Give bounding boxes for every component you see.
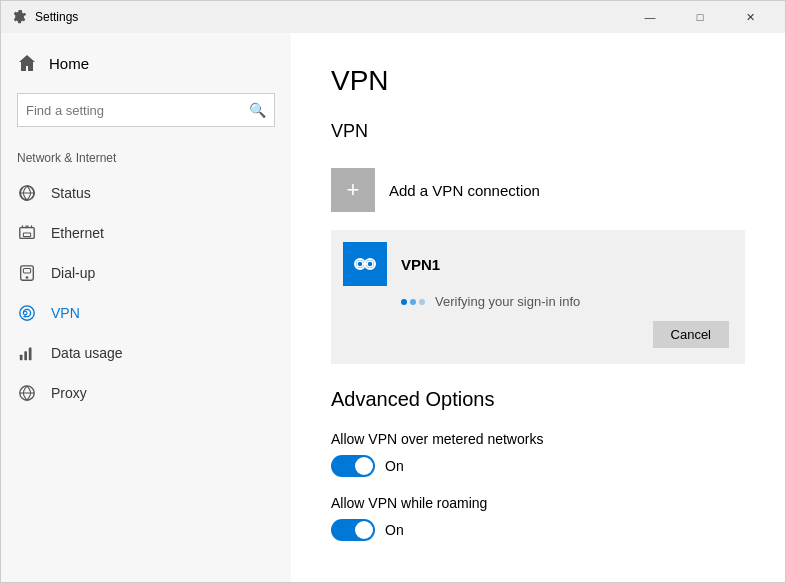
- svg-rect-8: [20, 355, 23, 360]
- sidebar: Home 🔍 Network & Internet Status: [1, 33, 291, 582]
- vpn-status-text: Verifying your sign-in info: [435, 294, 580, 309]
- title-bar-controls: — □ ✕: [627, 1, 773, 33]
- sidebar-item-status-label: Status: [51, 185, 91, 201]
- metered-toggle-label: On: [385, 458, 404, 474]
- sidebar-item-dialup-label: Dial-up: [51, 265, 95, 281]
- svg-point-4: [26, 276, 29, 279]
- minimize-button[interactable]: —: [627, 1, 673, 33]
- home-label: Home: [49, 55, 89, 72]
- option-metered-networks: Allow VPN over metered networks On: [331, 431, 745, 477]
- advanced-options-title: Advanced Options: [331, 388, 745, 411]
- sidebar-item-vpn-label: VPN: [51, 305, 80, 321]
- main-panel: VPN VPN + Add a VPN connection: [291, 33, 785, 582]
- sidebar-item-proxy[interactable]: Proxy: [1, 373, 291, 413]
- option-metered-label: Allow VPN over metered networks: [331, 431, 745, 447]
- window-title: Settings: [35, 10, 78, 24]
- svg-rect-5: [23, 269, 30, 274]
- status-icon: [17, 183, 37, 203]
- sidebar-item-ethernet-label: Ethernet: [51, 225, 104, 241]
- metered-toggle[interactable]: [331, 455, 375, 477]
- close-button[interactable]: ✕: [727, 1, 773, 33]
- search-box[interactable]: 🔍: [17, 93, 275, 127]
- svg-rect-10: [29, 348, 32, 361]
- title-bar: Settings — □ ✕: [1, 1, 785, 33]
- sidebar-item-home[interactable]: Home: [1, 33, 291, 89]
- datausage-icon: [17, 343, 37, 363]
- sidebar-item-status[interactable]: Status: [1, 173, 291, 213]
- svg-rect-9: [24, 351, 27, 360]
- maximize-button[interactable]: □: [677, 1, 723, 33]
- sidebar-item-datausage[interactable]: Data usage: [1, 333, 291, 373]
- add-vpn-row[interactable]: + Add a VPN connection: [331, 158, 745, 222]
- add-vpn-icon: +: [331, 168, 375, 212]
- home-icon: [17, 53, 37, 73]
- vpn-status-dots: [401, 299, 425, 305]
- svg-point-16: [367, 261, 373, 267]
- option-roaming-label: Allow VPN while roaming: [331, 495, 745, 511]
- option-metered-toggle-row: On: [331, 455, 745, 477]
- svg-point-15: [357, 261, 363, 267]
- cancel-button[interactable]: Cancel: [653, 321, 729, 348]
- proxy-icon: [17, 383, 37, 403]
- sidebar-item-vpn[interactable]: VPN: [1, 293, 291, 333]
- vpn-card: VPN1 Verifying your sign-in info Cancel: [331, 230, 745, 364]
- svg-rect-2: [23, 233, 30, 237]
- vpn-cancel-row: Cancel: [343, 321, 729, 348]
- settings-window: Settings — □ ✕ Home 🔍 Network & Int: [0, 0, 786, 583]
- vpn-sidebar-icon: [17, 303, 37, 323]
- ethernet-icon: [17, 223, 37, 243]
- sidebar-item-ethernet[interactable]: Ethernet: [1, 213, 291, 253]
- vpn-card-name: VPN1: [401, 256, 440, 273]
- sidebar-item-datausage-label: Data usage: [51, 345, 123, 361]
- sidebar-item-dialup[interactable]: Dial-up: [1, 253, 291, 293]
- search-icon: 🔍: [249, 102, 266, 118]
- settings-gear-icon: [13, 10, 27, 24]
- dot-1: [401, 299, 407, 305]
- vpn-section-title: VPN: [331, 121, 745, 142]
- roaming-toggle-label: On: [385, 522, 404, 538]
- dot-3: [419, 299, 425, 305]
- vpn-logo-icon: [351, 250, 379, 278]
- add-vpn-label: Add a VPN connection: [389, 182, 540, 199]
- title-bar-left: Settings: [13, 10, 78, 24]
- vpn-card-icon: [343, 242, 387, 286]
- roaming-toggle[interactable]: [331, 519, 375, 541]
- sidebar-section-label: Network & Internet: [1, 143, 291, 173]
- content-area: Home 🔍 Network & Internet Status: [1, 33, 785, 582]
- vpn-card-header: VPN1: [343, 242, 729, 286]
- sidebar-item-proxy-label: Proxy: [51, 385, 87, 401]
- vpn-status-row: Verifying your sign-in info: [343, 294, 729, 309]
- dot-2: [410, 299, 416, 305]
- option-roaming: Allow VPN while roaming On: [331, 495, 745, 541]
- search-input[interactable]: [26, 103, 249, 118]
- dialup-icon: [17, 263, 37, 283]
- option-roaming-toggle-row: On: [331, 519, 745, 541]
- page-title: VPN: [331, 65, 745, 97]
